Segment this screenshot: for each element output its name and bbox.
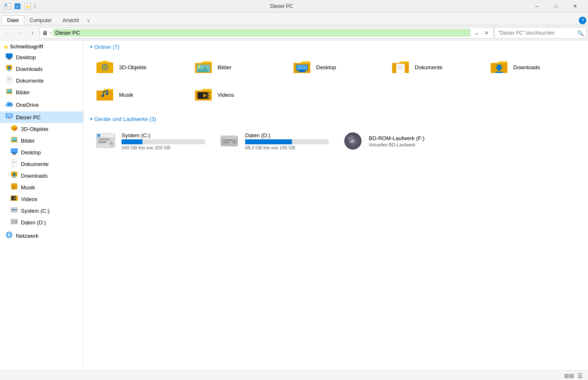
- 3d-icon: [10, 124, 18, 133]
- close-button[interactable]: ✕: [565, 0, 585, 13]
- drive-c-sidebar-icon: [10, 206, 18, 215]
- toolbar: ← → ↑ 🖥 › Dieser PC ⌄ ✕ 🔍: [0, 25, 588, 40]
- folder-3d-icon: [95, 57, 115, 77]
- svg-marker-94: [96, 89, 113, 101]
- sidebar-item-bilder-label: Bilder: [21, 138, 35, 144]
- view-icons-button[interactable]: ⊞⊞: [565, 371, 574, 380]
- sidebar-item-pictures-quick[interactable]: Bilder 📌: [0, 86, 83, 98]
- help-button[interactable]: ?: [579, 17, 586, 24]
- svg-rect-102: [208, 97, 209, 99]
- drive-f-name: BD-ROM-Laufwerk (F:): [369, 135, 453, 141]
- folders-section-header[interactable]: ▾ Ordner (7): [90, 44, 581, 50]
- drive-d-bar-bg: [245, 139, 329, 144]
- sidebar-item-dieser-pc-label: Dieser PC: [16, 114, 41, 121]
- ribbon-expand-icon[interactable]: ∨: [84, 17, 92, 24]
- sidebar-item-downloads[interactable]: Downloads: [0, 170, 83, 181]
- sidebar-item-3d-objekte[interactable]: 3D-Objekte: [0, 123, 83, 135]
- svg-rect-93: [495, 72, 503, 73]
- drive-item-c[interactable]: ⊞ System (C:) 240 GB frei von 320 GB: [90, 126, 210, 156]
- svg-rect-16: [8, 79, 11, 80]
- sidebar-item-dieser-pc[interactable]: Dieser PC: [0, 111, 83, 123]
- address-bar[interactable]: 🖥 › Dieser PC ⌄ ✕: [39, 27, 494, 39]
- sidebar-item-videos[interactable]: Videos: [0, 193, 83, 205]
- titlebar: ✓ 📁 | Dieser PC – □ ✕: [0, 0, 588, 13]
- sidebar-item-downloads-quick[interactable]: Downloads 📌: [0, 63, 83, 75]
- svg-rect-10: [7, 59, 11, 60]
- folders-section-label: Ordner (7): [94, 44, 119, 50]
- drives-grid: ⊞ System (C:) 240 GB frei von 320 GB: [90, 126, 581, 156]
- folder-item-downloads[interactable]: Downloads: [484, 54, 581, 80]
- svg-rect-106: [98, 141, 106, 143]
- drive-c-bar-fill: [122, 139, 142, 144]
- svg-point-55: [16, 209, 17, 211]
- folder-dokumente-icon: [390, 57, 411, 77]
- sidebar-item-system-c[interactable]: System (C:): [0, 205, 83, 216]
- sidebar-item-daten-d[interactable]: Daten (D:): [0, 216, 83, 228]
- search-input[interactable]: [494, 27, 586, 39]
- drive-c-name: System (C:): [122, 132, 206, 138]
- svg-rect-112: [221, 136, 238, 139]
- desktop-icon: [5, 53, 13, 62]
- forward-button[interactable]: →: [14, 27, 26, 39]
- folder-item-bilder[interactable]: Bilder: [189, 54, 286, 80]
- svg-point-116: [234, 141, 235, 143]
- address-path-text[interactable]: Dieser PC: [53, 29, 471, 37]
- svg-rect-13: [8, 70, 11, 71]
- sidebar-item-bilder[interactable]: Bilder: [0, 135, 83, 146]
- sidebar-item-onedrive[interactable]: OneDrive: [0, 100, 83, 110]
- folder-item-musik[interactable]: Musik: [90, 82, 187, 108]
- maximize-button[interactable]: □: [546, 0, 565, 13]
- tab-ansicht[interactable]: Ansicht: [57, 15, 84, 25]
- sidebar-item-desktop[interactable]: Desktop: [0, 146, 83, 158]
- sidebar-item-pictures-quick-label: Bilder: [16, 89, 30, 96]
- sidebar-item-netzwerk[interactable]: Netzwerk: [0, 230, 83, 242]
- tab-datei[interactable]: Datei: [2, 15, 24, 25]
- content-area: ▾ Ordner (7): [84, 40, 588, 370]
- drive-d-bar-fill: [245, 139, 292, 144]
- folder-item-desktop[interactable]: Desktop: [287, 54, 384, 80]
- drive-c-size: 240 GB frei von 320 GB: [122, 145, 206, 150]
- drive-f-icon: BD: [342, 130, 364, 152]
- sidebar-item-desktop-quick[interactable]: Desktop 📌: [0, 51, 83, 63]
- address-close-icon[interactable]: ✕: [482, 30, 491, 36]
- svg-rect-101: [208, 95, 209, 96]
- svg-rect-80: [297, 65, 307, 70]
- documents-icon: [5, 76, 13, 85]
- folder-musik-label: Musik: [119, 92, 133, 98]
- drive-item-f[interactable]: BD BD-ROM-Laufwerk (F:) Virtuelles BD-La…: [337, 126, 458, 156]
- folder-3d-label: 3D-Objekte: [119, 64, 147, 70]
- sidebar-item-dokumente[interactable]: Dokumente: [0, 158, 83, 170]
- back-button[interactable]: ←: [2, 27, 13, 39]
- svg-text:📁: 📁: [25, 4, 30, 9]
- address-dropdown-icon[interactable]: ⌄: [472, 30, 481, 36]
- sidebar-item-dokumente-label: Dokumente: [21, 161, 48, 167]
- statusbar: ⊞⊞ ☰: [0, 370, 588, 380]
- sidebar-item-documents-quick[interactable]: Dokumente 📌: [0, 75, 83, 86]
- sidebar-item-musik[interactable]: ♪ Musik: [0, 181, 83, 193]
- view-details-button[interactable]: ☰: [575, 371, 585, 380]
- svg-text:BD: BD: [350, 141, 353, 143]
- drive-d-info: Daten (D:) 68,3 GB frei von 155 GB: [245, 132, 329, 150]
- titlebar-title: Dieser PC: [39, 3, 525, 9]
- folder-downloads-label: Downloads: [513, 64, 540, 70]
- address-arrow: ›: [50, 30, 51, 35]
- drive-item-d[interactable]: Daten (D:) 68,3 GB frei von 155 GB: [214, 126, 334, 156]
- folder-item-videos[interactable]: Videos: [189, 82, 286, 108]
- folder-item-3d-objekte[interactable]: 3D-Objekte: [90, 54, 187, 80]
- up-button[interactable]: ↑: [27, 27, 38, 39]
- minimize-button[interactable]: –: [527, 0, 546, 13]
- svg-rect-15: [8, 78, 11, 78]
- titlebar-icon-2: ✓: [13, 2, 22, 10]
- sidebar-section-quick-access[interactable]: ⭐ Schnellzugriff: [0, 42, 83, 51]
- sidebar-item-system-c-label: System (C:): [21, 208, 50, 214]
- svg-marker-95: [96, 89, 113, 91]
- drives-section-header[interactable]: ▾ Geräte und Laufwerke (3): [90, 116, 581, 122]
- dokumente-icon: [10, 159, 18, 169]
- svg-rect-57: [11, 219, 18, 220]
- svg-rect-3: [5, 7, 8, 8]
- sidebar-item-onedrive-label: OneDrive: [16, 102, 39, 108]
- titlebar-controls[interactable]: – □ ✕: [527, 0, 585, 13]
- tab-computer[interactable]: Computer: [24, 15, 57, 25]
- folder-item-dokumente[interactable]: Dokumente: [386, 54, 483, 80]
- svg-marker-91: [491, 61, 507, 63]
